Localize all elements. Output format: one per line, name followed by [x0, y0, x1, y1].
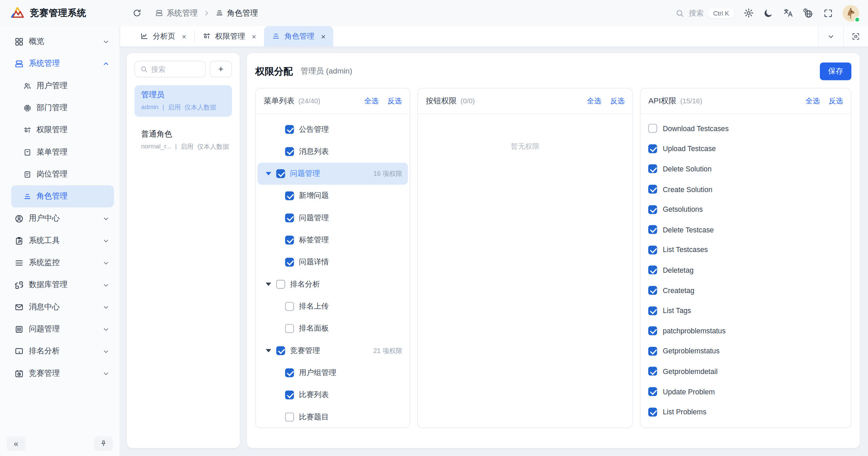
api-permission-row[interactable]: List Testcases	[640, 240, 851, 260]
checkbox[interactable]	[648, 367, 657, 376]
menu-row[interactable]: 公告管理	[257, 118, 408, 140]
sidebar-pin-button[interactable]	[94, 436, 113, 450]
sidebar-item-department-management[interactable]: 部门管理	[11, 97, 114, 119]
sidebar-item-system-tools[interactable]: 系统工具	[11, 230, 114, 252]
sidebar-item-problem-management[interactable]: 问题管理	[11, 318, 114, 340]
menu-row[interactable]: 比赛题目	[257, 406, 408, 428]
api-permission-row[interactable]: Create Solution	[640, 179, 851, 200]
content-fullscreen-button[interactable]	[843, 26, 868, 46]
settings-gear-icon[interactable]	[744, 8, 754, 18]
menu-row[interactable]: 用户组管理	[257, 362, 408, 384]
api-permission-row[interactable]: List Tags	[640, 300, 851, 321]
checkbox[interactable]	[276, 280, 285, 289]
checkbox[interactable]	[648, 408, 657, 416]
user-avatar[interactable]	[843, 5, 859, 21]
menu-row[interactable]: 排名面板	[257, 317, 408, 339]
checkbox[interactable]	[276, 346, 285, 355]
tab-role-management[interactable]: 角色管理 ×	[264, 26, 333, 46]
refresh-icon[interactable]	[132, 8, 142, 18]
menu-row[interactable]: 问题详情	[257, 251, 408, 273]
checkbox[interactable]	[648, 144, 657, 153]
checkbox[interactable]	[648, 124, 657, 133]
invert-selection-link[interactable]: 反选	[829, 96, 843, 106]
checkbox[interactable]	[285, 258, 294, 267]
api-permission-row[interactable]: Delete Testcase	[640, 220, 851, 240]
checkbox[interactable]	[285, 191, 294, 200]
api-permission-row[interactable]: Createtag	[640, 280, 851, 300]
select-all-link[interactable]: 全选	[587, 96, 601, 106]
sidebar-item-menu-management[interactable]: 菜单管理	[11, 141, 114, 163]
api-permission-row[interactable]: Getproblemstatus	[640, 341, 851, 361]
save-button[interactable]: 保存	[820, 62, 851, 80]
menu-row[interactable]: 标签管理	[257, 229, 408, 251]
checkbox[interactable]	[285, 213, 294, 222]
api-permission-row[interactable]: patchproblemstatus	[640, 321, 851, 341]
sidebar-item-user-management[interactable]: 用户管理	[11, 75, 114, 97]
checkbox[interactable]	[648, 205, 657, 214]
menu-row[interactable]: 新增问题	[257, 185, 408, 207]
checkbox[interactable]	[648, 306, 657, 315]
menu-row-selected[interactable]: 问题管理 16 项权限	[257, 163, 408, 185]
sidebar-item-ranking-analysis[interactable]: 排名分析	[11, 340, 114, 362]
api-permission-row[interactable]: Getsolutions	[640, 199, 851, 220]
api-permission-row[interactable]: Getproblemdetail	[640, 361, 851, 381]
checkbox[interactable]	[285, 302, 294, 311]
checkbox[interactable]	[285, 236, 294, 245]
sidebar-item-role-management[interactable]: 角色管理	[11, 185, 114, 207]
api-permission-row[interactable]: Update Problem	[640, 381, 851, 402]
role-item-admin[interactable]: 管理员 admin | 启用 仅本人数据	[135, 85, 232, 117]
role-item-normal[interactable]: 普通角色 normal_r... | 启用 仅本人数据	[135, 124, 232, 156]
timezone-globe-icon[interactable]	[803, 7, 814, 19]
api-permission-row[interactable]: Upload Testcase	[640, 139, 851, 159]
tab-list-dropdown-button[interactable]	[818, 26, 843, 46]
checkbox[interactable]	[648, 286, 657, 295]
checkbox[interactable]	[285, 147, 294, 156]
checkbox[interactable]	[648, 165, 657, 173]
menu-row[interactable]: 问题管理	[257, 207, 408, 229]
close-icon[interactable]: ×	[252, 33, 256, 40]
api-permission-row[interactable]: Download Testcases	[640, 118, 851, 139]
expand-triangle-icon[interactable]	[266, 349, 271, 352]
sidebar-item-system-monitor[interactable]: 系统监控	[11, 252, 114, 274]
expand-triangle-icon[interactable]	[266, 172, 271, 175]
select-all-link[interactable]: 全选	[364, 96, 378, 106]
checkbox[interactable]	[648, 246, 657, 254]
expand-triangle-icon[interactable]	[266, 283, 271, 286]
checkbox[interactable]	[285, 368, 294, 377]
close-icon[interactable]: ×	[321, 33, 326, 40]
sidebar-item-contest-management[interactable]: 竞赛管理	[11, 362, 114, 384]
role-search-input[interactable]	[135, 61, 206, 78]
checkbox[interactable]	[648, 347, 657, 355]
sidebar-item-user-center[interactable]: 用户中心	[11, 207, 114, 229]
translate-icon[interactable]	[783, 8, 793, 18]
api-permission-row[interactable]: List Problems	[640, 402, 851, 422]
sidebar-item-message-center[interactable]: 消息中心	[11, 296, 114, 318]
sidebar-item-database-management[interactable]: 数据库管理	[11, 274, 114, 296]
tab-permission-management[interactable]: 权限管理 ×	[195, 26, 264, 46]
breadcrumb-role-management[interactable]: 角色管理	[215, 8, 258, 18]
menu-row[interactable]: 消息列表	[257, 141, 408, 163]
select-all-link[interactable]: 全选	[806, 96, 820, 106]
invert-selection-link[interactable]: 反选	[388, 96, 402, 106]
checkbox[interactable]	[648, 266, 657, 274]
sidebar-collapse-button[interactable]: «	[7, 436, 26, 450]
checkbox[interactable]	[285, 125, 294, 134]
menu-row[interactable]: 排名分析	[257, 273, 408, 295]
dark-mode-moon-icon[interactable]	[763, 8, 773, 18]
checkbox[interactable]	[285, 324, 294, 333]
close-icon[interactable]: ×	[182, 33, 186, 40]
checkbox[interactable]	[648, 185, 657, 193]
checkbox[interactable]	[648, 387, 657, 396]
checkbox[interactable]	[276, 169, 285, 178]
global-search[interactable]: 搜索 Ctrl K	[675, 8, 734, 18]
breadcrumb-system-management[interactable]: 系统管理	[155, 8, 198, 18]
menu-row[interactable]: 比赛列表	[257, 384, 408, 406]
checkbox[interactable]	[648, 327, 657, 335]
menu-row[interactable]: 竞赛管理 21 项权限	[257, 339, 408, 361]
app-logo-box[interactable]: 竞赛管理系统	[0, 6, 120, 20]
sidebar-item-post-management[interactable]: 岗位管理	[11, 163, 114, 185]
checkbox[interactable]	[285, 391, 294, 399]
sidebar-item-permission-management[interactable]: 权限管理	[11, 119, 114, 141]
tab-analysis-page[interactable]: 分析页 ×	[132, 26, 194, 46]
checkbox[interactable]	[285, 413, 294, 421]
